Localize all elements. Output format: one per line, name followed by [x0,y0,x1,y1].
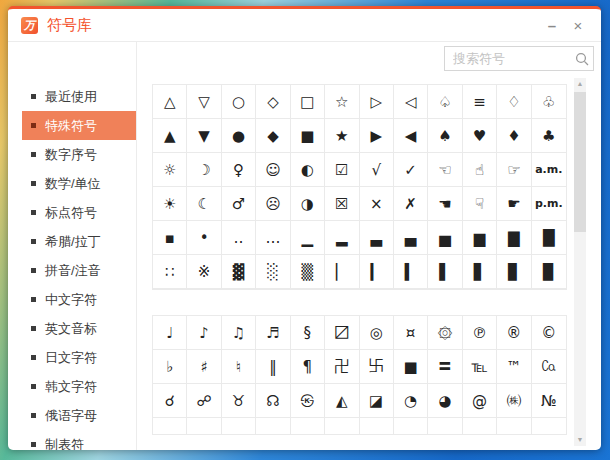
symbol-cell[interactable]: ♮ [222,350,256,384]
symbol-cell[interactable]: ○ [222,85,256,119]
symbol-cell[interactable]: ◔ [394,384,428,418]
symbol-cell[interactable]: ☊ [256,384,290,418]
sidebar-item-chinese-chars[interactable]: 中文字符 [22,285,136,314]
symbol-cell[interactable]: ▓ [222,255,256,289]
symbol-cell[interactable]: ≡ [463,85,497,119]
symbol-cell[interactable]: ♠ [428,119,462,153]
symbol-cell[interactable]: ☾ [187,187,221,221]
scrollbar-track[interactable] [574,90,586,434]
symbol-cell[interactable]: ♤ [428,85,462,119]
symbol-cell[interactable]: • [187,221,221,255]
scroll-up-icon[interactable]: ▲ [577,78,584,90]
close-button[interactable]: × [565,14,591,36]
symbol-cell[interactable]: ▶ [360,119,394,153]
symbol-cell[interactable]: ▪ [153,221,187,255]
search-icon[interactable] [571,52,593,66]
sidebar-item-tab-chars[interactable]: 制表符 [22,430,136,450]
symbol-cell[interactable]: ☀ [153,187,187,221]
symbol-cell[interactable]: ♀ [222,153,256,187]
sidebar-item-numeric-ordinal[interactable]: 数字序号 [22,140,136,169]
symbol-cell[interactable]: ✗ [394,187,428,221]
symbol-cell[interactable]: a.m. [532,153,566,187]
symbol-cell[interactable]: ♩ [153,316,187,350]
symbol-cell[interactable]: ☼ [153,153,187,187]
symbol-cell[interactable]: ◐ [291,153,325,187]
symbol-cell[interactable]: 〼 [325,316,359,350]
symbol-cell[interactable]: § [291,316,325,350]
symbol-cell[interactable]: ■ [291,119,325,153]
symbol-cell[interactable]: ▊ [497,255,531,289]
symbol-cell[interactable]: ☌ [153,384,187,418]
symbol-cell[interactable]: ◭ [325,384,359,418]
symbol-cell[interactable]: ▆ [463,221,497,255]
symbol-cell[interactable]: ▋ [463,255,497,289]
symbol-cell[interactable]: ♢ [497,85,531,119]
scrollbar-thumb[interactable] [574,92,586,232]
search-input[interactable] [445,51,571,66]
symbol-cell[interactable]: ¶ [291,350,325,384]
symbol-cell[interactable]: ♂ [222,187,256,221]
symbol-cell[interactable]: ▃ [360,221,394,255]
symbol-cell[interactable]: ▇ [497,221,531,255]
sidebar-item-math-unit[interactable]: 数学/单位 [22,169,136,198]
symbol-cell[interactable]: 卍 [325,350,359,384]
scrollbar[interactable]: ▲ ▼ [574,78,586,446]
symbol-cell[interactable]: □ [291,85,325,119]
symbol-cell[interactable]: ▼ [187,119,221,153]
symbol-cell[interactable]: ▏ [325,255,359,289]
symbol-cell[interactable]: ☛ [497,187,531,221]
sidebar-item-punctuation[interactable]: 标点符号 [22,198,136,227]
symbol-cell[interactable]: ℡ [463,350,497,384]
symbol-cell[interactable]: 卐 [360,350,394,384]
symbol-cell[interactable]: ◆ [256,119,290,153]
symbol-cell[interactable]: p.m. [532,187,566,221]
symbol-cell[interactable]: ◇ [256,85,290,119]
symbol-cell[interactable]: ▎ [360,255,394,289]
symbol-cell[interactable]: ☑ [325,153,359,187]
symbol-cell[interactable]: ☺ [256,153,290,187]
symbol-cell[interactable]: ▷ [360,85,394,119]
sidebar-item-pinyin-zhuyin[interactable]: 拼音/注音 [22,256,136,285]
sidebar-item-korean-chars[interactable]: 韩文字符 [22,372,136,401]
symbol-cell[interactable]: ㈱ [497,384,531,418]
symbol-cell[interactable]: @ [463,384,497,418]
symbol-cell[interactable]: ✓ [394,153,428,187]
symbol-cell[interactable]: ♉ [222,384,256,418]
symbol-cell[interactable]: █ [532,221,566,255]
symbol-cell[interactable]: ☞ [497,153,531,187]
symbol-cell[interactable]: △ [153,85,187,119]
symbol-cell[interactable]: ◀ [394,119,428,153]
symbol-cell[interactable]: ♪ [187,316,221,350]
search-box[interactable] [444,46,594,71]
symbol-cell[interactable]: × [360,187,394,221]
symbol-cell[interactable]: ■ [394,350,428,384]
symbol-cell[interactable]: ™ [497,350,531,384]
symbol-cell[interactable]: ♣ [532,119,566,153]
symbol-cell[interactable]: ◕ [428,384,462,418]
symbol-cell[interactable]: ☒ [325,187,359,221]
symbol-cell[interactable]: ◑ [291,187,325,221]
symbol-cell[interactable]: № [532,384,566,418]
sidebar-item-japanese-chars[interactable]: 日文字符 [22,343,136,372]
symbol-cell[interactable]: … [256,221,290,255]
symbol-cell[interactable]: ♫ [222,316,256,350]
sidebar-item-english-phonetic[interactable]: 英文音标 [22,314,136,343]
symbol-cell[interactable]: ♦ [497,119,531,153]
sidebar-item-recent[interactable]: 最近使用 [22,82,136,111]
symbol-cell[interactable]: ░ [256,255,290,289]
symbol-cell[interactable]: ▂ [325,221,359,255]
symbol-cell[interactable]: ∷ [153,255,187,289]
symbol-cell[interactable]: ▌ [428,255,462,289]
symbol-cell[interactable]: ★ [325,119,359,153]
symbol-cell[interactable]: ☽ [187,153,221,187]
symbol-cell[interactable]: ☜ [428,153,462,187]
symbol-cell[interactable]: ※ [187,255,221,289]
symbol-cell[interactable]: ▄ [394,221,428,255]
symbol-cell[interactable]: ♭ [153,350,187,384]
symbol-cell[interactable]: ‖ [256,350,290,384]
symbol-cell[interactable]: ♯ [187,350,221,384]
symbol-cell[interactable]: ● [222,119,256,153]
sidebar-item-russian-letters[interactable]: 俄语字母 [22,401,136,430]
symbol-cell[interactable]: ☝ [463,153,497,187]
symbol-cell[interactable]: ☟ [463,187,497,221]
